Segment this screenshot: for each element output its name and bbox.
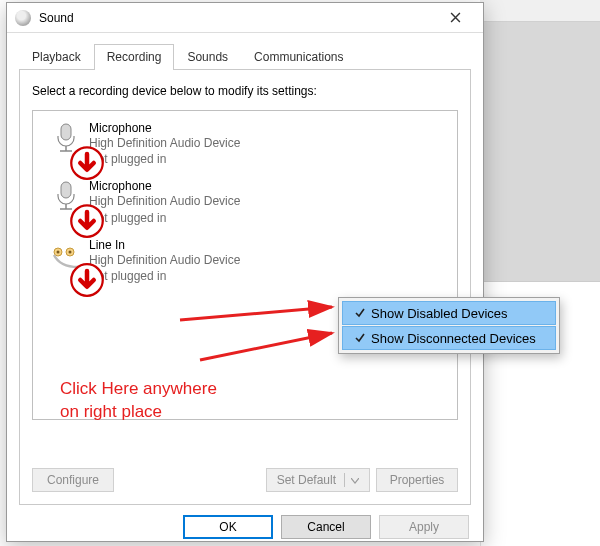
menu-label: Show Disabled Devices [371,306,508,321]
menu-label: Show Disconnected Devices [371,331,536,346]
check-icon [349,307,371,319]
check-icon [349,332,371,344]
svg-line-13 [180,307,332,320]
menu-show-disabled[interactable]: Show Disabled Devices [342,301,556,325]
svg-line-14 [200,333,332,360]
context-menu: Show Disabled Devices Show Disconnected … [338,297,560,354]
menu-show-disconnected[interactable]: Show Disconnected Devices [342,326,556,350]
